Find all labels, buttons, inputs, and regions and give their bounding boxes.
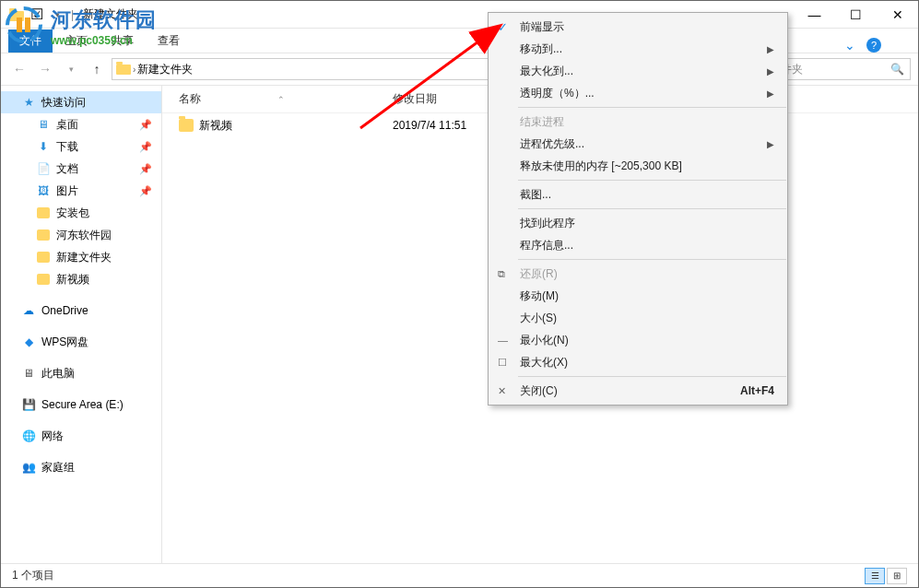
pin-icon: 📌 xyxy=(139,185,152,197)
nav-pictures[interactable]: 🖼 图片 📌 xyxy=(1,180,161,202)
onedrive-icon: ☁ xyxy=(21,303,36,318)
folder-icon xyxy=(36,272,51,287)
pin-icon: 📌 xyxy=(139,141,152,153)
menu-maximize[interactable]: ☐ 最大化(X) xyxy=(489,351,787,373)
menu-close[interactable]: ✕ 关闭(C) Alt+F4 xyxy=(489,380,787,402)
menu-separator xyxy=(518,107,786,108)
star-icon: ★ xyxy=(21,95,36,110)
maximize-button[interactable]: ☐ xyxy=(835,1,877,29)
menu-move-to[interactable]: 移动到... ▶ xyxy=(489,38,787,60)
homegroup-icon: 👥 xyxy=(21,460,36,475)
ribbon-collapse-icon[interactable]: ⌄ xyxy=(844,38,855,53)
nav-homegroup[interactable]: 👥 家庭组 xyxy=(1,456,161,478)
sort-indicator: ⌃ xyxy=(277,95,285,104)
menu-separator xyxy=(518,259,786,260)
chevron-right-icon[interactable]: › xyxy=(133,65,135,75)
restore-icon: ⧉ xyxy=(498,268,505,280)
folder-icon xyxy=(36,250,51,265)
minimize-button[interactable]: — xyxy=(794,1,835,29)
menu-program-info[interactable]: 程序信息... xyxy=(489,234,787,256)
chevron-right-icon: ▶ xyxy=(767,88,774,99)
column-header-name[interactable]: 名称 ⌃ xyxy=(162,91,393,107)
menu-shortcut: Alt+F4 xyxy=(740,384,774,397)
folder-icon xyxy=(36,228,51,242)
maximize-icon: ☐ xyxy=(498,357,507,369)
close-icon: ✕ xyxy=(498,385,506,397)
item-count: 1 个项目 xyxy=(12,568,54,583)
chevron-right-icon: ▶ xyxy=(767,139,774,149)
context-menu: ✓ 前端显示 移动到... ▶ 最大化到... ▶ 透明度（%）... ▶ 结束… xyxy=(488,12,788,406)
title-separator: | xyxy=(71,8,74,21)
menu-move[interactable]: 移动(M) xyxy=(489,285,787,307)
menu-separator xyxy=(518,208,786,209)
menu-screenshot[interactable]: 截图... xyxy=(489,183,787,206)
download-icon: ⬇ xyxy=(36,139,51,154)
help-icon[interactable]: ? xyxy=(866,38,881,53)
nav-forward-button: → xyxy=(34,58,56,80)
nav-onedrive[interactable]: ☁ OneDrive xyxy=(1,300,161,322)
menu-maximize-to[interactable]: 最大化到... ▶ xyxy=(489,60,787,82)
wps-icon: ◆ xyxy=(21,335,36,349)
nav-wps[interactable]: ◆ WPS网盘 xyxy=(1,331,161,353)
picture-icon: 🖼 xyxy=(36,183,51,198)
breadcrumb-folder[interactable]: 新建文件夹 xyxy=(137,62,193,77)
nav-folder-item[interactable]: 新建文件夹 xyxy=(1,246,161,268)
tab-home[interactable]: 主页 xyxy=(54,29,99,53)
nav-folder-item[interactable]: 河东软件园 xyxy=(1,224,161,246)
nav-network[interactable]: 🌐 网络 xyxy=(1,425,161,447)
chevron-right-icon: ▶ xyxy=(767,66,774,76)
view-icons-toggle[interactable]: ⊞ xyxy=(887,568,907,584)
window-title: 新建文件夹 xyxy=(83,6,138,22)
nav-label-quick: 快速访问 xyxy=(41,95,86,111)
nav-downloads[interactable]: ⬇ 下载 📌 xyxy=(1,135,161,158)
folder-icon xyxy=(36,206,51,220)
properties-icon[interactable]: ☑ xyxy=(29,6,45,23)
svg-rect-5 xyxy=(9,8,16,11)
menu-separator xyxy=(518,180,786,181)
nav-back-button[interactable]: ← xyxy=(8,58,30,80)
tab-view[interactable]: 查看 xyxy=(147,29,191,53)
navigation-pane: ★ 快速访问 🖥 桌面 📌 ⬇ 下载 📌 📄 文档 📌 🖼 图片 📌 安装包 xyxy=(1,86,162,563)
folder-icon xyxy=(179,119,194,132)
menu-restore: ⧉ 还原(R) xyxy=(489,263,787,285)
menu-opacity[interactable]: 透明度（%）... ▶ xyxy=(489,82,787,104)
file-tab[interactable]: 文件 xyxy=(8,29,53,53)
menu-front-display[interactable]: ✓ 前端显示 xyxy=(489,16,787,38)
nav-this-pc[interactable]: 🖥 此电脑 xyxy=(1,362,161,384)
nav-folder-item[interactable]: 新视频 xyxy=(1,268,161,290)
nav-secure-area[interactable]: 💾 Secure Area (E:) xyxy=(1,394,161,416)
chevron-right-icon: ▶ xyxy=(767,44,774,54)
document-icon: 📄 xyxy=(36,161,51,176)
menu-release-memory[interactable]: 释放未使用的内存 [~205,300 KB] xyxy=(489,155,787,177)
desktop-icon: 🖥 xyxy=(36,117,51,132)
folder-icon xyxy=(8,6,25,23)
menu-end-process: 结束进程 xyxy=(489,111,787,133)
view-details-toggle[interactable]: ☰ xyxy=(865,568,885,584)
menu-priority[interactable]: 进程优先级... ▶ xyxy=(489,133,787,155)
nav-folder-item[interactable]: 安装包 xyxy=(1,202,161,224)
close-button[interactable]: ✕ xyxy=(877,1,918,29)
minimize-icon: — xyxy=(498,335,508,346)
qat-dropdown-icon[interactable]: ▾ xyxy=(49,6,65,23)
svg-rect-6 xyxy=(116,65,131,75)
network-icon: 🌐 xyxy=(21,429,36,443)
nav-recent-dropdown[interactable]: ▾ xyxy=(60,58,82,80)
search-icon: 🔍 xyxy=(890,63,904,76)
nav-up-button[interactable]: ↑ xyxy=(86,58,108,80)
nav-quick-access[interactable]: ★ 快速访问 xyxy=(1,91,161,113)
file-name: 新视频 xyxy=(199,118,232,134)
menu-find-program[interactable]: 找到此程序 xyxy=(489,212,787,234)
nav-documents[interactable]: 📄 文档 📌 xyxy=(1,158,161,180)
menu-size[interactable]: 大小(S) xyxy=(489,307,787,329)
pc-icon: 🖥 xyxy=(21,366,36,381)
nav-desktop[interactable]: 🖥 桌面 📌 xyxy=(1,113,161,135)
drive-icon: 💾 xyxy=(21,397,36,412)
breadcrumb-root-icon xyxy=(116,62,131,77)
tab-share[interactable]: 共享 xyxy=(100,29,145,53)
pin-icon: 📌 xyxy=(139,119,152,131)
status-bar: 1 个项目 ☰ ⊞ xyxy=(1,563,918,587)
menu-separator xyxy=(518,376,786,377)
pin-icon: 📌 xyxy=(139,163,152,175)
svg-rect-4 xyxy=(9,11,24,21)
menu-minimize[interactable]: — 最小化(N) xyxy=(489,329,787,351)
